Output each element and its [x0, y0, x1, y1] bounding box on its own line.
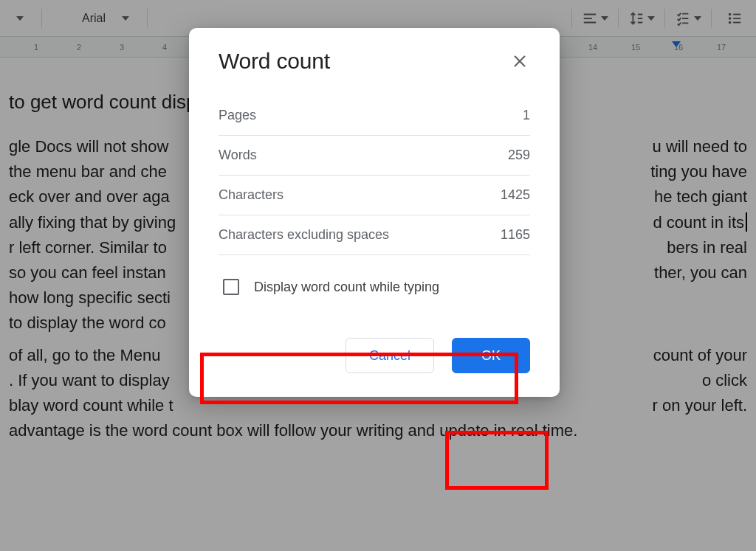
stat-value: 259: [508, 148, 530, 163]
stat-value: 1425: [501, 187, 530, 203]
ok-button[interactable]: OK: [452, 338, 530, 373]
stat-row-words: Words 259: [219, 136, 530, 176]
stat-label: Words: [219, 148, 257, 163]
checkbox-label: Display word count while typing: [254, 280, 439, 295]
stat-value: 1165: [501, 227, 530, 243]
stat-label: Characters: [219, 187, 284, 203]
stat-value: 1: [523, 108, 530, 123]
cancel-button[interactable]: Cancel: [346, 338, 434, 373]
dialog-buttons: Cancel OK: [219, 338, 530, 373]
dialog-title: Word count: [219, 49, 330, 74]
display-while-typing-row[interactable]: Display word count while typing: [219, 268, 530, 305]
close-icon: [512, 53, 528, 69]
stat-label: Pages: [219, 108, 256, 123]
stat-row-characters-no-spaces: Characters excluding spaces 1165: [219, 215, 530, 255]
checkbox-icon[interactable]: [223, 279, 239, 295]
close-button[interactable]: [509, 51, 530, 72]
stat-row-characters: Characters 1425: [219, 176, 530, 215]
stat-row-pages: Pages 1: [219, 96, 530, 136]
stat-label: Characters excluding spaces: [219, 227, 389, 243]
word-count-dialog: Word count Pages 1 Words 259 Characters …: [189, 28, 560, 397]
